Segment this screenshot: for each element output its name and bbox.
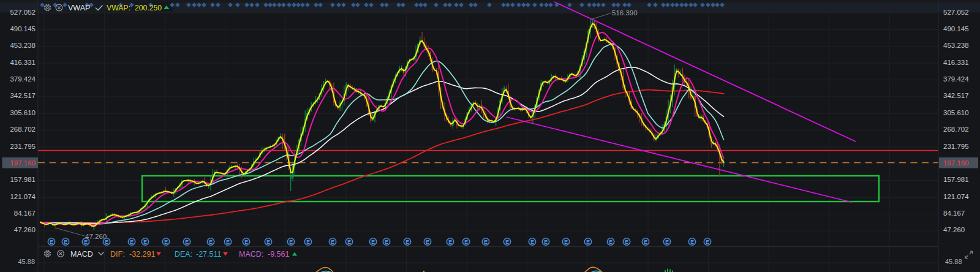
svg-text:45.88: 45.88 (18, 258, 35, 265)
svg-text:E: E (564, 239, 568, 245)
svg-text:E: E (625, 239, 628, 245)
svg-text:E: E (690, 239, 694, 245)
svg-text:379.424: 379.424 (943, 75, 969, 83)
svg-text:527.052: 527.052 (943, 9, 969, 16)
svg-text:E: E (209, 239, 213, 245)
svg-text:E: E (331, 239, 334, 245)
svg-text:E: E (289, 239, 293, 245)
svg-text:416.331: 416.331 (943, 59, 969, 66)
svg-text:E: E (306, 239, 310, 245)
svg-text:E: E (609, 239, 612, 245)
svg-text:490.145: 490.145 (943, 25, 969, 32)
svg-text:342.517: 342.517 (10, 92, 36, 99)
svg-text:DIF:: DIF: (110, 250, 125, 259)
svg-text:E: E (50, 239, 53, 245)
svg-text:197.160: 197.160 (10, 159, 36, 167)
svg-text:E: E (105, 239, 108, 245)
svg-text:416.331: 416.331 (10, 59, 36, 66)
svg-text:E: E (266, 239, 270, 245)
svg-text:E: E (544, 239, 548, 245)
svg-text:200.250: 200.250 (135, 4, 162, 12)
svg-text:E: E (405, 239, 409, 245)
svg-text:E: E (586, 239, 590, 245)
svg-text:121.074: 121.074 (943, 193, 969, 200)
svg-text:84.167: 84.167 (943, 210, 965, 217)
svg-text:121.074: 121.074 (10, 193, 36, 200)
svg-text:-32.291: -32.291 (129, 250, 155, 259)
svg-text:MACD: MACD (70, 250, 93, 259)
svg-text:E: E (226, 239, 230, 245)
svg-text:E: E (426, 239, 429, 245)
svg-text:VWAP:: VWAP: (107, 4, 130, 12)
svg-text:84.167: 84.167 (14, 210, 36, 217)
svg-text:E: E (64, 239, 67, 245)
svg-text:231.795: 231.795 (10, 143, 36, 150)
svg-text:DEA:: DEA: (175, 250, 192, 259)
svg-text:268.702: 268.702 (10, 126, 36, 133)
svg-text:157.981: 157.981 (943, 176, 969, 183)
svg-text:E: E (347, 239, 351, 245)
svg-text:157.981: 157.981 (10, 176, 36, 183)
svg-text:47.260: 47.260 (14, 226, 36, 233)
svg-text:E: E (530, 239, 534, 245)
svg-text:453.238: 453.238 (943, 42, 969, 49)
svg-text:-9.561: -9.561 (268, 250, 289, 259)
svg-text:E: E (164, 239, 168, 245)
svg-text:490.145: 490.145 (10, 25, 36, 32)
svg-text:268.702: 268.702 (943, 126, 969, 133)
svg-text:MACD:: MACD: (239, 250, 263, 259)
svg-text:E: E (185, 239, 189, 245)
svg-text:E: E (143, 239, 147, 245)
svg-text:E: E (665, 239, 669, 245)
svg-text:E: E (464, 239, 468, 245)
svg-text:527.052: 527.052 (10, 9, 36, 16)
svg-text:E: E (84, 239, 88, 245)
svg-text:VWAP: VWAP (68, 4, 90, 12)
svg-text:E: E (244, 239, 248, 245)
svg-text:E: E (484, 239, 488, 245)
svg-text:E: E (385, 239, 388, 245)
svg-text:342.517: 342.517 (943, 92, 969, 99)
svg-text:E: E (448, 239, 452, 245)
svg-text:E: E (505, 239, 509, 245)
svg-text:379.424: 379.424 (10, 75, 36, 83)
svg-text:47.260: 47.260 (943, 226, 965, 233)
svg-text:231.795: 231.795 (943, 143, 969, 150)
svg-text:E: E (644, 239, 647, 245)
svg-text:45.88: 45.88 (945, 258, 962, 265)
svg-text:E: E (706, 239, 709, 245)
svg-text:-27.511: -27.511 (196, 250, 222, 259)
svg-text:453.238: 453.238 (10, 42, 36, 49)
svg-text:305.610: 305.610 (10, 109, 36, 116)
svg-text:E: E (371, 239, 375, 245)
svg-text:197.160: 197.160 (943, 159, 969, 167)
svg-text:E: E (130, 239, 134, 245)
svg-text:305.610: 305.610 (943, 109, 969, 116)
svg-text:516.390: 516.390 (612, 9, 638, 17)
